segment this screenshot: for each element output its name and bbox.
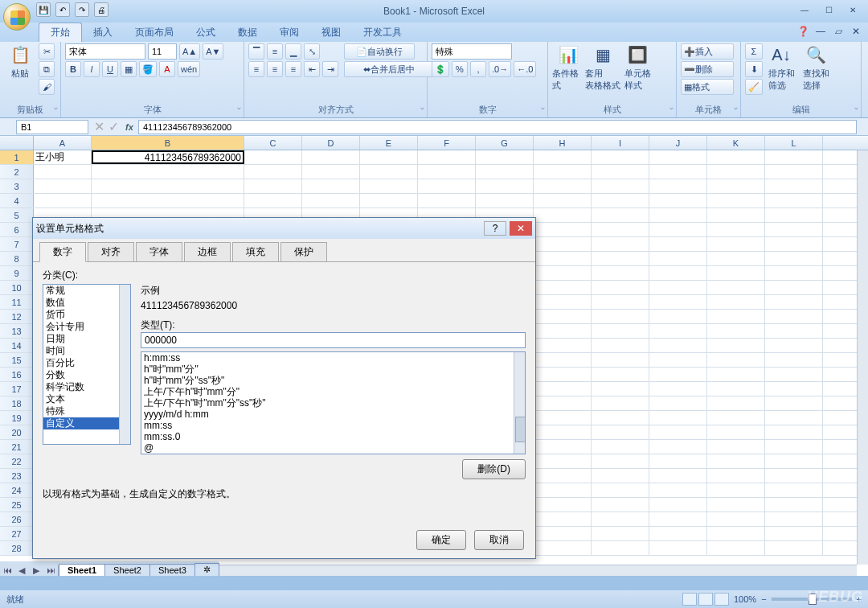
tab-data[interactable]: 数据 [227, 23, 268, 42]
cell[interactable] [418, 165, 476, 179]
cell[interactable] [649, 382, 707, 396]
tab-home[interactable]: 开始 [39, 23, 82, 42]
column-header-D[interactable]: D [302, 136, 360, 150]
currency-button[interactable]: 💲 [432, 61, 449, 77]
cell[interactable] [649, 440, 707, 454]
cell[interactable] [707, 483, 765, 497]
cell[interactable] [360, 150, 418, 164]
cell[interactable] [707, 208, 765, 222]
cell[interactable] [765, 237, 823, 251]
cell[interactable] [649, 223, 707, 236]
cell[interactable] [534, 454, 592, 468]
cell[interactable] [649, 324, 707, 338]
increase-decimal-button[interactable]: .0→ [489, 61, 511, 77]
cell[interactable] [649, 368, 707, 381]
fill-button[interactable]: ⬇ [745, 61, 763, 77]
cell[interactable] [534, 208, 592, 222]
cell-styles-button[interactable]: 🔲单元格 样式 [621, 43, 653, 92]
cell[interactable] [707, 339, 765, 352]
decrease-decimal-button[interactable]: ←.0 [514, 61, 536, 77]
cell[interactable] [534, 368, 592, 381]
cell[interactable] [707, 353, 765, 367]
category-item[interactable]: 货币 [43, 309, 130, 321]
cell[interactable] [707, 223, 765, 236]
cell[interactable] [534, 252, 592, 265]
cell[interactable] [707, 454, 765, 468]
dialog-tab-border[interactable]: 边框 [184, 242, 231, 261]
cell[interactable] [649, 498, 707, 511]
cell[interactable] [765, 382, 823, 396]
category-item[interactable]: 科学记数 [43, 381, 130, 393]
category-item[interactable]: 会计专用 [43, 321, 130, 333]
cell[interactable] [707, 324, 765, 338]
cell[interactable] [592, 483, 649, 497]
find-select-button[interactable]: 🔍查找和 选择 [800, 43, 832, 92]
cell[interactable] [592, 512, 649, 526]
cell[interactable] [360, 194, 418, 207]
cell[interactable] [534, 310, 592, 323]
cell[interactable] [707, 396, 765, 410]
cell[interactable] [707, 150, 765, 164]
column-header-E[interactable]: E [360, 136, 418, 150]
cell[interactable] [534, 150, 592, 164]
cell[interactable] [534, 339, 592, 352]
sheet-nav-last-icon[interactable]: ⏭ [43, 565, 58, 576]
delete-format-button[interactable]: 删除(D) [462, 459, 526, 479]
insert-sheet-button[interactable]: ✲ [194, 563, 219, 576]
cell[interactable] [649, 295, 707, 309]
zoom-in-button[interactable]: + [857, 594, 862, 604]
cell[interactable] [92, 165, 244, 179]
cell[interactable] [534, 266, 592, 280]
delete-cells-button[interactable]: ➖ 删除 [681, 61, 734, 77]
cell[interactable] [592, 396, 649, 410]
column-header-F[interactable]: F [418, 136, 476, 150]
cell[interactable] [534, 440, 592, 454]
cell[interactable] [649, 237, 707, 251]
type-item[interactable]: h:mm:ss [141, 352, 525, 364]
cell[interactable] [765, 469, 823, 483]
cell[interactable] [592, 440, 649, 454]
row-header[interactable]: 1 [0, 150, 34, 164]
category-item[interactable]: 特殊 [43, 405, 130, 417]
cell[interactable] [649, 252, 707, 265]
type-item[interactable]: [h]:mm:ss [141, 454, 525, 454]
cell[interactable] [592, 150, 649, 164]
fx-icon[interactable] [121, 122, 138, 132]
row-header[interactable]: 3 [0, 179, 34, 193]
dialog-tab-fill[interactable]: 填充 [232, 242, 279, 261]
cell[interactable] [765, 454, 823, 468]
type-item[interactable]: h"时"mm"分" [141, 364, 525, 375]
cell[interactable] [765, 541, 823, 555]
cell[interactable] [418, 179, 476, 193]
formula-input[interactable] [138, 120, 857, 134]
type-item[interactable]: h"时"mm"分"ss"秒" [141, 375, 525, 386]
cell[interactable] [765, 266, 823, 280]
phonetic-button[interactable]: wén [178, 61, 200, 77]
dialog-tab-font[interactable]: 字体 [136, 242, 182, 261]
cell[interactable] [360, 179, 418, 193]
cell[interactable] [592, 368, 649, 381]
row-header[interactable]: 22 [0, 454, 34, 468]
tab-developer[interactable]: 开发工具 [352, 23, 413, 42]
cell[interactable] [476, 194, 534, 207]
cell[interactable] [34, 194, 92, 207]
column-header-K[interactable]: K [707, 136, 765, 150]
column-header-L[interactable]: L [765, 136, 823, 150]
category-item[interactable]: 文本 [43, 393, 130, 405]
dialog-title-bar[interactable]: 设置单元格格式 ? ✕ [33, 218, 535, 239]
cell[interactable]: 王小明 [34, 150, 92, 164]
row-header[interactable]: 14 [0, 339, 34, 352]
cell[interactable] [360, 165, 418, 179]
ok-button[interactable]: 确定 [416, 530, 466, 550]
cell[interactable] [592, 194, 649, 207]
cell[interactable] [534, 223, 592, 236]
cell[interactable] [707, 541, 765, 555]
cell[interactable] [592, 295, 649, 309]
cell[interactable] [534, 498, 592, 511]
row-header[interactable]: 25 [0, 498, 34, 511]
cell[interactable] [534, 165, 592, 179]
row-header[interactable]: 6 [0, 223, 34, 236]
cell[interactable] [707, 295, 765, 309]
cell[interactable] [302, 194, 360, 207]
cell[interactable] [649, 527, 707, 540]
